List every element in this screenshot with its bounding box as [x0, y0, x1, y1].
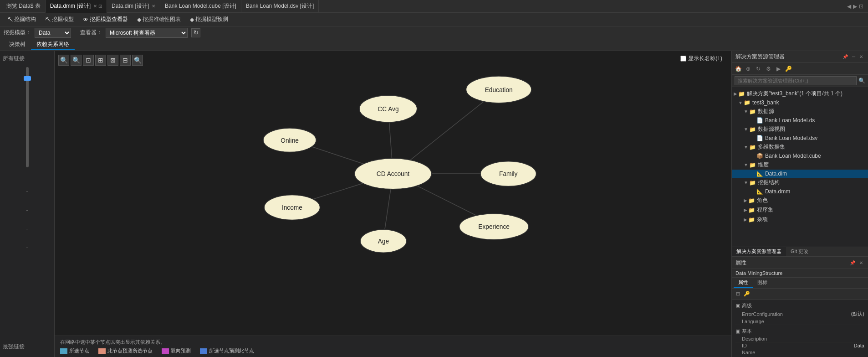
tab-bank-cube[interactable]: Bank Loan Model.cube [设计]: [160, 0, 241, 13]
tree-item-datadmm[interactable]: ▼ 📐 Data.dmm: [732, 187, 868, 196]
rb-tab-git[interactable]: Git 更改: [786, 247, 813, 256]
refresh-button[interactable]: ↻: [191, 28, 200, 37]
accuracy-chart-btn[interactable]: ◆ 挖掘准确性图表: [133, 15, 184, 24]
model-viewer-btn[interactable]: 👁 挖掘模型查看器: [79, 15, 132, 24]
legend-label-bidirectional: 双向预测: [171, 347, 191, 354]
tab-scroll-left[interactable]: ◀: [847, 3, 851, 10]
node-cc-avg-label: CC Avg: [378, 106, 398, 113]
tab-actions: ◀ ▶ ⊡: [844, 3, 866, 10]
model-type-select[interactable]: Data: [35, 28, 71, 38]
graph-toolbar: 🔍 🔍 ⊡ ⊞ ⊠ ⊟ 🔍: [58, 55, 143, 66]
sub-tab-dependency-network[interactable]: 依赖关系网络: [31, 40, 75, 50]
tree-label-datasource: 数据源: [758, 108, 774, 115]
zoom-in-btn[interactable]: 🔍: [58, 55, 69, 66]
tree-item-cube-folder[interactable]: ▼ 📁 多维数据集: [732, 142, 868, 152]
dependency-network-graph[interactable]: CC Avg Education Online CD Account Famil…: [55, 51, 731, 321]
props-section-basic-header[interactable]: ▣ 基本: [735, 327, 864, 336]
tree-item-bankdsv[interactable]: ▼ 📄 Bank Loan Model.dsv: [732, 134, 868, 142]
properties-header: 属性 📌 ✕: [732, 257, 868, 269]
tree-item-mining-folder[interactable]: ▼ 📁 挖掘结构: [732, 178, 868, 187]
model-predict-btn[interactable]: ◆ 挖掘模型预测: [186, 15, 232, 24]
show-long-name-checkbox[interactable]: [680, 56, 686, 62]
tree-item-bankcube[interactable]: ▼ 📦 Bank Loan Model.cube: [732, 152, 868, 160]
link-strength-slider[interactable]: [24, 76, 31, 81]
sub-tab-decision-tree[interactable]: 决策树: [4, 40, 31, 50]
props-row-error-config: ErrorConfiguration (默认): [735, 310, 864, 318]
search-icon[interactable]: 🔍: [858, 78, 865, 84]
center-panel: 🔍 🔍 ⊡ ⊞ ⊠ ⊟ 🔍 显示长名称(L) CC Avg: [55, 51, 731, 357]
properties-toolbar: ⊞ 🔑: [732, 289, 868, 300]
home-btn[interactable]: 🏠: [734, 64, 743, 73]
refresh-tree-btn[interactable]: ↻: [754, 64, 763, 73]
props-pin-icon[interactable]: 📌: [848, 260, 857, 266]
props-section-advanced-header[interactable]: ▣ 高级: [735, 301, 864, 310]
zoom-out-btn[interactable]: 🔍: [71, 55, 82, 66]
tree-item-roles[interactable]: ▶ 📁 角色: [732, 196, 868, 205]
tree-solution-root[interactable]: ▶ 📁 解决方案"test3_bank"(1 个项目/共 1 个): [732, 89, 868, 98]
mining-structure-btn[interactable]: ⛏ 挖掘结构: [4, 15, 40, 24]
tab-data-dim[interactable]: Data.dim [设计] ✕: [107, 0, 160, 13]
props-tab-properties[interactable]: 属性: [734, 278, 753, 288]
properties-title: 属性: [735, 259, 746, 267]
tree-item-dim-folder[interactable]: ▼ 📁 维度: [732, 160, 868, 170]
strongest-links-label: 最强链接: [3, 343, 51, 351]
props-section-advanced-toggle: ▣: [735, 303, 740, 309]
solution-tree: ▶ 📁 解决方案"test3_bank"(1 个项目/共 1 个) ▼ 📁 te…: [732, 87, 868, 247]
sub-tabs: 决策树 依赖关系网络: [0, 39, 868, 51]
pick-icon: ⛏: [7, 16, 13, 23]
right-panel: 解决方案资源管理器 📌 ─ ✕ 🏠 ⊕ ↻ ⚙ ▶ 🔑 🔍 ▶: [731, 51, 868, 357]
node-education-label: Education: [485, 87, 513, 93]
all-links-label: 所有链接: [3, 55, 51, 62]
tree-label-bankds: Bank Loan Model.ds: [765, 117, 815, 124]
settings-btn[interactable]: ⚙: [764, 64, 773, 73]
tree-item-dsv-folder[interactable]: ▼ 📁 数据源视图: [732, 124, 868, 134]
collapse-btn[interactable]: ⊟: [120, 55, 131, 66]
tree-item-test3bank[interactable]: ▼ 📁 test3_bank: [732, 98, 868, 107]
solution-label: 解决方案"test3_bank"(1 个项目/共 1 个): [747, 90, 842, 98]
props-categorize-btn[interactable]: ⊞: [734, 290, 742, 298]
close-data-dmm[interactable]: ✕: [93, 4, 97, 9]
tab-menu[interactable]: ⊡: [859, 3, 863, 10]
tab-browse[interactable]: 浏览 Data$ 表: [2, 0, 46, 13]
chart-icon: ◆: [137, 16, 141, 23]
props-section-basic-toggle: ▣: [735, 328, 740, 334]
solution-explorer-header: 解决方案资源管理器 📌 ─ ✕: [732, 51, 868, 63]
tree-label-bankdsv: Bank Loan Model.dsv: [765, 135, 817, 141]
search-node-btn[interactable]: 🔍: [132, 55, 143, 66]
close-icon[interactable]: ✕: [858, 54, 864, 60]
tab-bank-dsv[interactable]: Bank Loan Model.dsv [设计]: [241, 0, 319, 13]
props-row-id: ID Data: [735, 342, 864, 349]
rb-tab-solution[interactable]: 解决方案资源管理器: [732, 247, 786, 256]
tree-item-datasource[interactable]: ▼ 📁 数据源: [732, 107, 868, 116]
search-bar: 🔍: [732, 75, 868, 87]
tree-item-bankds[interactable]: ▼ 📄 Bank Loan Model.ds: [732, 116, 868, 124]
pin-icon[interactable]: 📌: [841, 54, 849, 60]
minimize-icon[interactable]: ─: [851, 54, 857, 60]
expand-btn[interactable]: ⊠: [107, 55, 118, 66]
slider-track: [26, 67, 29, 167]
tab-scroll-right[interactable]: ▶: [853, 3, 857, 10]
tree-item-datadim[interactable]: ▼ 📐 Data.dim: [732, 170, 868, 178]
legend-color-selected-predicts: [200, 348, 207, 354]
build-btn[interactable]: ▶: [774, 64, 783, 73]
solution-explorer-title: 解决方案资源管理器: [735, 53, 785, 61]
copy-btn[interactable]: ⊞: [95, 55, 106, 66]
tree-item-misc[interactable]: ▶ 📁 杂项: [732, 215, 868, 224]
mining-model-btn[interactable]: ⛏ 挖掘模型: [41, 15, 77, 24]
legend-label-selected: 所选节点: [69, 347, 89, 354]
tree-item-assemblies[interactable]: ▶ 📁 程序集: [732, 205, 868, 215]
props-tab-icon[interactable]: 图标: [753, 278, 772, 288]
key-btn[interactable]: 🔑: [784, 64, 793, 73]
search-input[interactable]: [735, 76, 857, 85]
properties-content: ▣ 高级 ErrorConfiguration (默认) Language ▣: [732, 300, 868, 357]
legend-predicts-selected: 此节点预测所选节点: [98, 347, 153, 354]
props-close-icon[interactable]: ✕: [858, 260, 864, 266]
tab-data-dmm[interactable]: Data.dmm [设计] ✕ ⊡: [46, 0, 107, 13]
viewer-select[interactable]: Microsoft 树查看器: [106, 28, 188, 38]
predict-icon: ◆: [190, 16, 194, 23]
close-data-dim[interactable]: ✕: [152, 4, 155, 9]
fit-btn[interactable]: ⊡: [83, 55, 94, 66]
props-sort-btn[interactable]: 🔑: [743, 290, 751, 298]
props-object-label: Data MiningStructure: [732, 269, 868, 278]
new-btn[interactable]: ⊕: [744, 64, 753, 73]
